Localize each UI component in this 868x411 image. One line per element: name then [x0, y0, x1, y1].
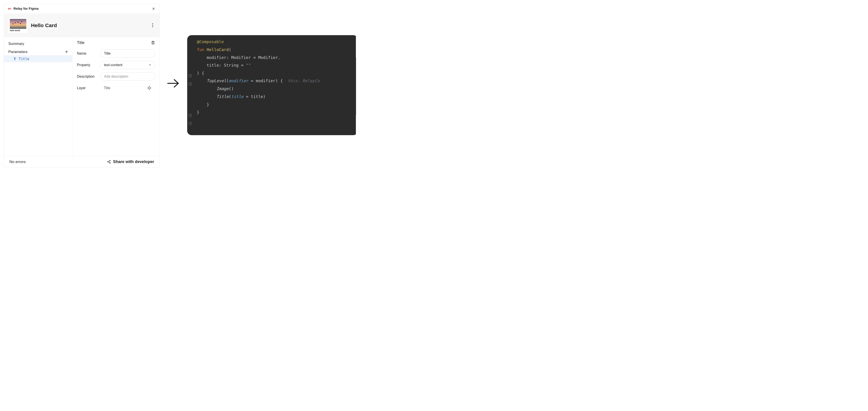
component-header: Hello World Hello Card — [4, 14, 160, 37]
code-title-call: Title — [217, 94, 229, 99]
fold-marker-icon — [188, 122, 192, 126]
svg-point-17 — [110, 162, 110, 163]
more-options-button[interactable] — [150, 23, 155, 28]
relay-logo-icon — [7, 7, 12, 10]
text-icon: T — [13, 57, 17, 61]
titlebar-title: Relay for Figma — [13, 7, 39, 11]
sidebar-parameters-row: Parameters — [4, 48, 72, 55]
code-inlay-hint: this: RelayCo — [288, 78, 320, 83]
code-block: @Composable fun HelloCard( modifier: Mod… — [193, 35, 356, 135]
more-vert-icon — [152, 23, 153, 27]
add-parameter-button[interactable] — [64, 49, 69, 54]
svg-point-2 — [152, 23, 153, 24]
fold-marker-icon — [188, 113, 192, 118]
name-label: Name — [77, 52, 97, 56]
thumbnail-image — [10, 19, 26, 29]
svg-marker-25 — [189, 114, 191, 117]
footer: No errors Share with developer — [4, 156, 160, 167]
code-string-default: "" — [246, 63, 251, 68]
layer-label: Layer — [77, 86, 97, 90]
arrow-right-icon — [167, 78, 180, 89]
add-icon — [65, 50, 68, 54]
code-top-level: TopLevel — [207, 78, 226, 83]
svg-line-19 — [108, 162, 110, 163]
svg-point-15 — [107, 161, 108, 162]
svg-point-3 — [152, 25, 153, 26]
layer-value: Title — [104, 86, 110, 90]
code-arg-title: title — [251, 94, 263, 99]
trash-icon — [151, 41, 155, 45]
property-label: Property — [77, 63, 97, 67]
description-placeholder: Add description — [104, 74, 128, 78]
detail-panel: Title Name Title — [72, 37, 160, 156]
code-title-param: title — [207, 63, 219, 68]
code-fn-name: HelloCard — [207, 47, 229, 52]
target-icon — [147, 86, 151, 90]
close-icon — [152, 7, 155, 10]
sidebar-summary-heading[interactable]: Summary — [4, 40, 72, 48]
code-mod-param: modifier — [207, 55, 226, 60]
locate-layer-button[interactable] — [147, 86, 152, 90]
parameter-item-title[interactable]: T Title — [4, 55, 72, 62]
close-button[interactable] — [151, 6, 156, 11]
parameter-item-label: Title — [19, 57, 29, 61]
code-fun-kw: fun — [197, 47, 204, 52]
code-mod-type: Modifier — [231, 55, 251, 60]
svg-marker-23 — [189, 83, 191, 86]
description-label: Description — [77, 74, 97, 78]
code-gutter — [187, 35, 193, 135]
name-input-value: Title — [104, 52, 111, 56]
detail-title: Title — [77, 40, 84, 45]
fold-marker-icon — [188, 74, 192, 78]
svg-line-18 — [108, 161, 110, 162]
chevron-down-icon — [149, 63, 151, 67]
sidebar-parameters-heading: Parameters — [8, 50, 28, 54]
component-thumbnail: Hello World — [8, 18, 28, 33]
delete-parameter-button[interactable] — [151, 40, 155, 45]
share-with-developer-button[interactable]: Share with developer — [107, 160, 154, 164]
svg-point-16 — [110, 160, 110, 161]
description-input[interactable]: Add description — [100, 72, 155, 81]
footer-status: No errors — [9, 160, 26, 164]
code-named-arg-title: title — [231, 94, 243, 99]
code-image-call: Image — [217, 86, 229, 91]
svg-point-10 — [148, 87, 150, 89]
code-annotation: @Composable — [197, 39, 224, 44]
component-title: Hello Card — [31, 22, 57, 29]
code-preview-panel: @Composable fun HelloCard( modifier: Mod… — [187, 35, 356, 135]
code-named-arg-modifier: modifier — [229, 78, 248, 83]
property-select[interactable]: text-content — [100, 61, 155, 69]
svg-rect-7 — [152, 41, 154, 44]
svg-marker-27 — [189, 122, 191, 125]
share-icon — [107, 160, 111, 164]
plugin-window: Relay for Figma Hello World Hello Card — [4, 4, 160, 168]
svg-point-4 — [152, 26, 153, 27]
sidebar: Summary Parameters T Title — [4, 37, 72, 156]
name-input[interactable]: Title — [100, 49, 155, 58]
share-label: Share with developer — [113, 160, 154, 164]
thumbnail-caption: Hello World — [10, 29, 26, 32]
code-string-type: String — [224, 63, 239, 68]
titlebar: Relay for Figma — [4, 4, 160, 13]
code-arg-modifier: modifier — [256, 78, 276, 83]
svg-marker-21 — [189, 74, 191, 78]
code-mod-default: Modifier — [258, 55, 278, 60]
fold-marker-icon — [188, 82, 192, 86]
property-select-value: text-content — [104, 63, 122, 67]
layer-value-row: Title — [100, 84, 155, 92]
